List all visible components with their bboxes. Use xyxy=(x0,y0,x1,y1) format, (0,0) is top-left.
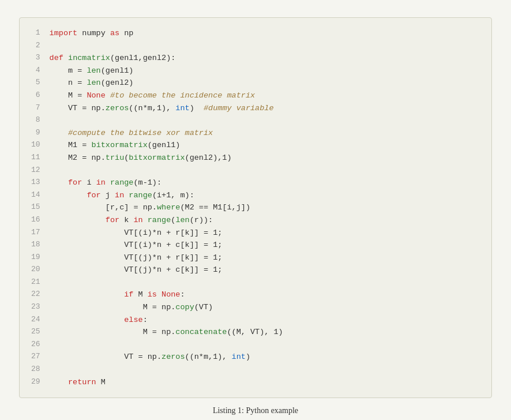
table-row: 22 if M is None: xyxy=(31,288,480,301)
table-row: 3 def incmatrix(genl1,genl2): xyxy=(31,52,480,65)
code-content: VT = np.zeros((n*m,1), int) xyxy=(50,351,480,363)
table-row: 24 else: xyxy=(31,314,480,327)
listing-caption: Listing 1: Python example xyxy=(213,406,298,415)
table-row: 15 [r,c] = np.where(M2 == M1[i,j]) xyxy=(31,201,480,214)
code-content xyxy=(50,363,480,376)
line-number: 13 xyxy=(31,177,50,189)
code-content xyxy=(50,164,480,177)
line-number: 16 xyxy=(31,214,50,227)
table-row: 1 import numpy as np xyxy=(31,27,480,40)
code-content: M1 = bitxormatrix(genl1) xyxy=(50,139,480,152)
line-number: 18 xyxy=(31,239,50,252)
code-content xyxy=(50,40,480,52)
table-row: 17 VT[(i)*n + r[k]] = 1; xyxy=(31,227,480,239)
table-row: 6 M = None #to become the incidence matr… xyxy=(31,89,480,102)
line-number: 10 xyxy=(31,139,50,152)
table-row: 23 M = np.copy(VT) xyxy=(31,301,480,314)
line-number: 24 xyxy=(31,314,50,327)
code-content: else: xyxy=(50,314,480,327)
line-number: 11 xyxy=(31,152,50,164)
table-row: 25 M = np.concatenate((M, VT), 1) xyxy=(31,326,480,339)
line-number: 2 xyxy=(31,40,50,52)
code-content: VT[(i)*n + r[k]] = 1; xyxy=(50,227,480,239)
table-row: 21 xyxy=(31,276,480,289)
code-content: [r,c] = np.where(M2 == M1[i,j]) xyxy=(50,201,480,214)
table-row: 13 for i in range(m-1): xyxy=(31,177,480,189)
code-table: 1 import numpy as np 2 3 def incmatrix(g… xyxy=(31,27,480,388)
line-number: 28 xyxy=(31,363,50,376)
table-row: 29 return M xyxy=(31,376,480,389)
line-number: 23 xyxy=(31,301,50,314)
code-content xyxy=(50,114,480,127)
code-content: for k in range(len(r)): xyxy=(50,214,480,227)
line-number: 17 xyxy=(31,227,50,239)
code-content: VT[(j)*n + r[k]] = 1; xyxy=(50,252,480,264)
line-number: 15 xyxy=(31,201,50,214)
page-container: 1 import numpy as np 2 3 def incmatrix(g… xyxy=(0,0,511,420)
code-content: M = np.concatenate((M, VT), 1) xyxy=(50,326,480,339)
line-number: 20 xyxy=(31,264,50,276)
code-content: def incmatrix(genl1,genl2): xyxy=(50,52,480,65)
line-number: 1 xyxy=(31,27,50,40)
table-row: 20 VT[(j)*n + c[k]] = 1; xyxy=(31,264,480,276)
code-content: VT[(i)*n + c[k]] = 1; xyxy=(50,239,480,252)
code-content: M = np.copy(VT) xyxy=(50,301,480,314)
line-number: 21 xyxy=(31,276,50,289)
line-number: 9 xyxy=(31,127,50,140)
table-row: 2 xyxy=(31,40,480,52)
code-content: M = None #to become the incidence matrix xyxy=(50,89,480,102)
table-row: 18 VT[(i)*n + c[k]] = 1; xyxy=(31,239,480,252)
code-content: for j in range(i+1, m): xyxy=(50,189,480,202)
code-content xyxy=(50,339,480,351)
code-content: VT[(j)*n + c[k]] = 1; xyxy=(50,264,480,276)
line-number: 29 xyxy=(31,376,50,389)
line-number: 22 xyxy=(31,288,50,301)
table-row: 8 xyxy=(31,114,480,127)
table-row: 4 m = len(genl1) xyxy=(31,65,480,77)
code-content xyxy=(50,276,480,289)
line-number: 5 xyxy=(31,77,50,89)
table-row: 28 xyxy=(31,363,480,376)
code-content: for i in range(m-1): xyxy=(50,177,480,189)
code-content: M2 = np.triu(bitxormatrix(genl2),1) xyxy=(50,152,480,164)
code-content: import numpy as np xyxy=(50,27,480,40)
table-row: 5 n = len(genl2) xyxy=(31,77,480,89)
table-row: 14 for j in range(i+1, m): xyxy=(31,189,480,202)
line-number: 4 xyxy=(31,65,50,77)
code-content: if M is None: xyxy=(50,288,480,301)
line-number: 8 xyxy=(31,114,50,127)
table-row: 10 M1 = bitxormatrix(genl1) xyxy=(31,139,480,152)
code-box: 1 import numpy as np 2 3 def incmatrix(g… xyxy=(19,17,492,398)
code-content: n = len(genl2) xyxy=(50,77,480,89)
line-number: 12 xyxy=(31,164,50,177)
line-number: 25 xyxy=(31,326,50,339)
line-number: 26 xyxy=(31,339,50,351)
table-row: 26 xyxy=(31,339,480,351)
code-content: #compute the bitwise xor matrix xyxy=(50,127,480,140)
table-row: 19 VT[(j)*n + r[k]] = 1; xyxy=(31,252,480,264)
table-row: 12 xyxy=(31,164,480,177)
line-number: 27 xyxy=(31,351,50,363)
line-number: 3 xyxy=(31,52,50,65)
code-content: VT = np.zeros((n*m,1), int) #dummy varia… xyxy=(50,102,480,115)
line-number: 19 xyxy=(31,252,50,264)
code-content: return M xyxy=(50,376,480,389)
line-number: 6 xyxy=(31,89,50,102)
table-row: 9 #compute the bitwise xor matrix xyxy=(31,127,480,140)
table-row: 16 for k in range(len(r)): xyxy=(31,214,480,227)
table-row: 11 M2 = np.triu(bitxormatrix(genl2),1) xyxy=(31,152,480,164)
line-number: 7 xyxy=(31,102,50,115)
code-content: m = len(genl1) xyxy=(50,65,480,77)
table-row: 27 VT = np.zeros((n*m,1), int) xyxy=(31,351,480,363)
table-row: 7 VT = np.zeros((n*m,1), int) #dummy var… xyxy=(31,102,480,115)
line-number: 14 xyxy=(31,189,50,202)
